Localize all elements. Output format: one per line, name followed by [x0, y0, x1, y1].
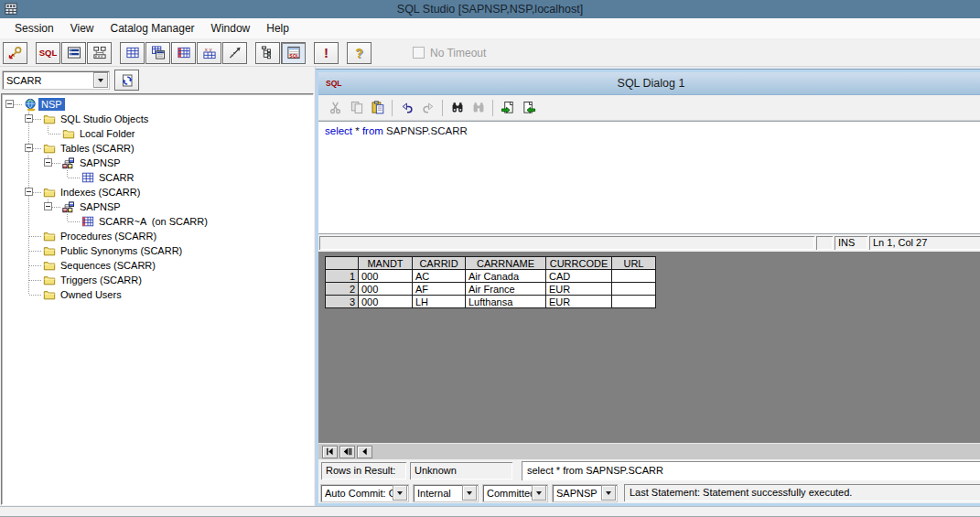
tree-expander-minus[interactable] — [25, 188, 33, 196]
combo-dropdown-button[interactable] — [462, 485, 477, 501]
tree-item-nsp[interactable]: NSP — [2, 97, 313, 112]
grid-corner-cell[interactable] — [326, 257, 359, 270]
tree-item-label[interactable]: SCARR~A (on SCARR) — [96, 215, 210, 228]
grid-row-number[interactable]: 3 — [326, 296, 359, 308]
tree-item-tables-scarr[interactable]: Tables (SCARR) — [2, 141, 313, 156]
grid-header-currcode[interactable]: CURRCODE — [546, 257, 612, 270]
toolbar-button-sketch-arrow[interactable] — [222, 42, 247, 64]
grid-cell[interactable]: 000 — [359, 270, 413, 283]
nav-prev-fast-button[interactable] — [339, 446, 355, 458]
tree-item-label[interactable]: SQL Studio Objects — [58, 113, 151, 125]
tree-item-public-synonyms-scarr[interactable]: Public Synonyms (SCARR) — [2, 243, 313, 258]
tree-item-indexes-scarr[interactable]: Indexes (SCARR) — [2, 185, 313, 199]
current-schema-combo[interactable]: SAPNSP — [552, 484, 618, 502]
nav-first-button[interactable] — [322, 446, 338, 458]
tree-expander-minus[interactable] — [25, 144, 33, 152]
tree-item-label[interactable]: SAPNSP — [77, 156, 124, 169]
toolbar-button-table-definition[interactable] — [145, 42, 170, 64]
grid-cell[interactable]: LH — [413, 296, 466, 308]
grid-cell[interactable] — [612, 283, 656, 296]
tree-expander-minus[interactable] — [25, 114, 33, 123]
grid-cell[interactable]: EUR — [546, 283, 612, 296]
grid-cell[interactable]: Air France — [466, 283, 546, 296]
grid-cell[interactable]: EUR — [546, 296, 612, 308]
tree-item-triggers-scarr[interactable]: Triggers (SCARR) — [2, 273, 313, 287]
tree-item-sequences-scarr[interactable]: Sequences (SCARR) — [2, 258, 313, 273]
tree-item-label[interactable]: Sequences (SCARR) — [58, 259, 158, 272]
dialog-toolbar-button-save-statement[interactable] — [518, 98, 539, 118]
sql-mode-combo[interactable]: Internal — [413, 484, 479, 502]
menu-item-help[interactable]: Help — [258, 20, 297, 37]
grid-cell[interactable]: AF — [413, 283, 466, 296]
tree-item-label[interactable]: SCARR — [96, 171, 137, 184]
grid-row-number[interactable]: 2 — [326, 283, 359, 296]
toolbar-button-table-grid[interactable] — [120, 42, 145, 64]
dialog-toolbar-button-open-statement[interactable] — [497, 98, 518, 118]
tree-expander-minus[interactable] — [44, 202, 52, 210]
isolation-level-combo[interactable]: Committed — [482, 484, 548, 502]
grid-cell[interactable]: AC — [413, 270, 466, 283]
toolbar-button-logoff-key[interactable] — [3, 42, 27, 64]
refresh-button[interactable] — [114, 70, 139, 91]
combo-dropdown-button[interactable] — [601, 485, 616, 501]
grid-cell[interactable]: 000 — [359, 283, 413, 296]
tree-item-label[interactable]: Local Folder — [77, 127, 138, 140]
dialog-toolbar-button-find-next[interactable] — [468, 98, 489, 118]
toolbar-button-query-designer[interactable] — [87, 42, 112, 64]
dialog-toolbar-button-undo[interactable] — [396, 98, 417, 118]
tree-item-local-folder[interactable]: Local Folder — [2, 126, 313, 141]
toolbar-button-xy-table[interactable]: x y — [197, 42, 221, 64]
titlebar[interactable]: SQL Studio [SAPNSP,NSP,localhost] — [0, 0, 980, 18]
grid-row-number[interactable]: 1 — [326, 270, 359, 283]
toolbar-button-exclamation[interactable]: ! — [314, 42, 339, 64]
dialog-toolbar-button-find[interactable] — [447, 98, 468, 118]
tree-item-label[interactable]: Procedures (SCARR) — [58, 230, 159, 242]
combo-dropdown-button[interactable] — [93, 72, 108, 88]
combo-dropdown-button[interactable] — [393, 485, 407, 501]
tree-item-label[interactable]: Owned Users — [58, 288, 124, 301]
executed-statement-field[interactable]: select * from SAPNSP.SCARR — [522, 461, 980, 480]
sql-editor[interactable]: select * from SAPNSP.SCARR — [318, 121, 980, 234]
tree-item-sapnsp[interactable]: SAPNSP — [2, 199, 313, 214]
combo-dropdown-button[interactable] — [532, 485, 546, 501]
tree-item-label[interactable]: Public Synonyms (SCARR) — [58, 244, 185, 257]
grid-header-carrid[interactable]: CARRID — [413, 257, 466, 270]
tree-expander-minus[interactable] — [5, 100, 14, 108]
nav-prev-button[interactable] — [357, 446, 372, 458]
sql-dialog-titlebar[interactable]: SQL SQL Dialog 1 — [318, 72, 980, 95]
result-scrollbar[interactable] — [318, 443, 980, 459]
tree-expander-minus[interactable] — [44, 158, 52, 167]
grid-cell[interactable]: Air Canada — [466, 270, 546, 283]
menu-item-catalog-manager[interactable]: Catalog Manager — [102, 20, 203, 37]
dialog-toolbar-button-copy[interactable] — [346, 98, 367, 118]
tree-item-sapnsp[interactable]: SAPNSP — [2, 156, 313, 170]
toolbar-button-sql-dialog[interactable]: SQL — [36, 42, 60, 64]
grid-cell[interactable]: CAD — [546, 270, 612, 283]
no-timeout-checkbox[interactable]: No Timeout — [413, 47, 486, 59]
tree-item-scarr[interactable]: SCARR — [2, 170, 313, 185]
object-filter-combo[interactable]: SCARR — [2, 70, 110, 90]
tree-item-procedures-scarr[interactable]: Procedures (SCARR) — [2, 229, 313, 243]
tree-item-label[interactable]: NSP — [38, 98, 65, 111]
toolbar-button-sql-window[interactable]: SQL — [281, 42, 306, 64]
grid-header-mandt[interactable]: MANDT — [359, 257, 413, 270]
auto-commit-combo[interactable]: Auto Commit: On — [320, 484, 409, 502]
grid-header-carrname[interactable]: CARRNAME — [466, 257, 546, 270]
toolbar-button-table-content[interactable] — [171, 42, 196, 64]
tree-item-label[interactable]: SAPNSP — [77, 200, 124, 213]
grid-header-url[interactable]: URL — [612, 257, 656, 270]
tree-item-sql-studio-objects[interactable]: SQL Studio Objects — [2, 112, 313, 126]
grid-cell[interactable]: 000 — [359, 296, 413, 308]
menu-item-session[interactable]: Session — [6, 20, 62, 37]
dialog-toolbar-button-cut[interactable] — [325, 98, 346, 118]
menu-item-view[interactable]: View — [62, 20, 102, 37]
menu-item-window[interactable]: Window — [203, 20, 259, 37]
toolbar-button-tree-list[interactable] — [255, 42, 280, 64]
dialog-toolbar-button-paste[interactable] — [367, 98, 388, 118]
tree-item-scarr-a-on-scarr[interactable]: SCARR~A (on SCARR) — [2, 214, 313, 229]
grid-cell[interactable]: Lufthansa — [466, 296, 546, 308]
dialog-toolbar-button-redo[interactable] — [417, 98, 438, 118]
app-icon[interactable] — [5, 3, 17, 16]
tree-item-owned-users[interactable]: Owned Users — [2, 287, 313, 302]
tree-item-label[interactable]: Indexes (SCARR) — [58, 186, 143, 199]
